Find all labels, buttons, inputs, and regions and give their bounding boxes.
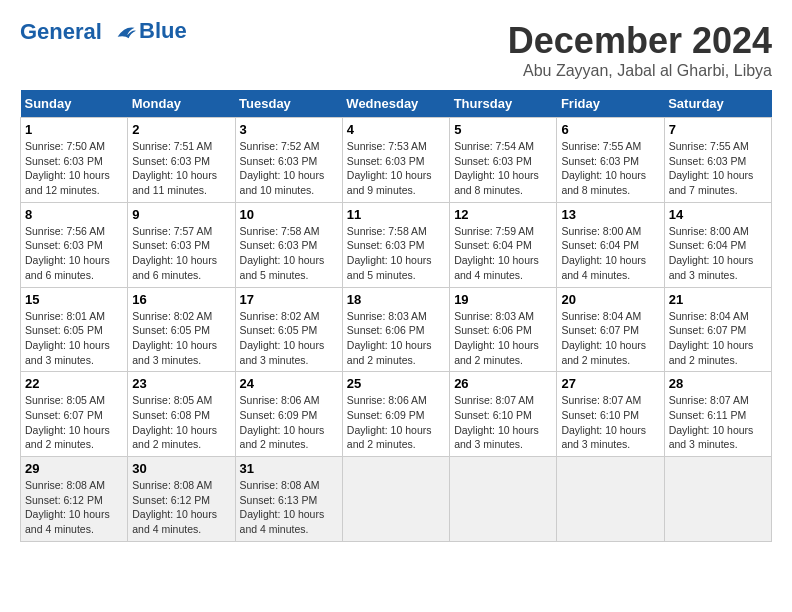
page-title: December 2024 (508, 20, 772, 62)
calendar-cell: 7 Sunrise: 7:55 AMSunset: 6:03 PMDayligh… (664, 118, 771, 203)
page-header: General Blue December 2024 Abu Zayyan, J… (20, 20, 772, 80)
day-number: 7 (669, 122, 767, 137)
page-subtitle: Abu Zayyan, Jabal al Gharbi, Libya (508, 62, 772, 80)
logo: General Blue (20, 20, 187, 44)
day-info: Sunrise: 8:02 AMSunset: 6:05 PMDaylight:… (132, 309, 230, 368)
calendar-cell: 20 Sunrise: 8:04 AMSunset: 6:07 PMDaylig… (557, 287, 664, 372)
day-number: 18 (347, 292, 445, 307)
week-row-1: 1 Sunrise: 7:50 AMSunset: 6:03 PMDayligh… (21, 118, 772, 203)
calendar-cell: 14 Sunrise: 8:00 AMSunset: 6:04 PMDaylig… (664, 202, 771, 287)
logo-general: General (20, 19, 102, 44)
day-number: 11 (347, 207, 445, 222)
logo-blue: Blue (139, 18, 187, 44)
day-info: Sunrise: 8:04 AMSunset: 6:07 PMDaylight:… (561, 309, 659, 368)
day-info: Sunrise: 7:57 AMSunset: 6:03 PMDaylight:… (132, 224, 230, 283)
calendar-cell (450, 457, 557, 542)
day-info: Sunrise: 7:51 AMSunset: 6:03 PMDaylight:… (132, 139, 230, 198)
week-row-5: 29 Sunrise: 8:08 AMSunset: 6:12 PMDaylig… (21, 457, 772, 542)
day-number: 19 (454, 292, 552, 307)
calendar-cell: 2 Sunrise: 7:51 AMSunset: 6:03 PMDayligh… (128, 118, 235, 203)
day-info: Sunrise: 7:55 AMSunset: 6:03 PMDaylight:… (561, 139, 659, 198)
calendar-cell: 17 Sunrise: 8:02 AMSunset: 6:05 PMDaylig… (235, 287, 342, 372)
calendar-table: SundayMondayTuesdayWednesdayThursdayFrid… (20, 90, 772, 542)
day-info: Sunrise: 8:07 AMSunset: 6:10 PMDaylight:… (561, 393, 659, 452)
day-info: Sunrise: 8:01 AMSunset: 6:05 PMDaylight:… (25, 309, 123, 368)
day-info: Sunrise: 8:03 AMSunset: 6:06 PMDaylight:… (347, 309, 445, 368)
day-info: Sunrise: 7:56 AMSunset: 6:03 PMDaylight:… (25, 224, 123, 283)
day-header-tuesday: Tuesday (235, 90, 342, 118)
calendar-cell: 16 Sunrise: 8:02 AMSunset: 6:05 PMDaylig… (128, 287, 235, 372)
calendar-cell: 29 Sunrise: 8:08 AMSunset: 6:12 PMDaylig… (21, 457, 128, 542)
day-info: Sunrise: 8:00 AMSunset: 6:04 PMDaylight:… (561, 224, 659, 283)
day-info: Sunrise: 8:03 AMSunset: 6:06 PMDaylight:… (454, 309, 552, 368)
day-number: 2 (132, 122, 230, 137)
day-info: Sunrise: 8:05 AMSunset: 6:07 PMDaylight:… (25, 393, 123, 452)
title-area: December 2024 Abu Zayyan, Jabal al Gharb… (508, 20, 772, 80)
day-info: Sunrise: 7:50 AMSunset: 6:03 PMDaylight:… (25, 139, 123, 198)
calendar-cell: 13 Sunrise: 8:00 AMSunset: 6:04 PMDaylig… (557, 202, 664, 287)
day-number: 27 (561, 376, 659, 391)
day-number: 4 (347, 122, 445, 137)
day-number: 1 (25, 122, 123, 137)
calendar-cell: 18 Sunrise: 8:03 AMSunset: 6:06 PMDaylig… (342, 287, 449, 372)
logo-text: General (20, 20, 139, 44)
day-header-friday: Friday (557, 90, 664, 118)
day-header-sunday: Sunday (21, 90, 128, 118)
calendar-cell: 6 Sunrise: 7:55 AMSunset: 6:03 PMDayligh… (557, 118, 664, 203)
calendar-cell: 22 Sunrise: 8:05 AMSunset: 6:07 PMDaylig… (21, 372, 128, 457)
day-number: 5 (454, 122, 552, 137)
day-number: 12 (454, 207, 552, 222)
day-number: 29 (25, 461, 123, 476)
calendar-cell: 15 Sunrise: 8:01 AMSunset: 6:05 PMDaylig… (21, 287, 128, 372)
day-info: Sunrise: 7:55 AMSunset: 6:03 PMDaylight:… (669, 139, 767, 198)
day-number: 30 (132, 461, 230, 476)
day-number: 28 (669, 376, 767, 391)
logo-bird-icon (111, 22, 139, 44)
calendar-cell: 24 Sunrise: 8:06 AMSunset: 6:09 PMDaylig… (235, 372, 342, 457)
day-number: 17 (240, 292, 338, 307)
day-header-thursday: Thursday (450, 90, 557, 118)
calendar-cell: 5 Sunrise: 7:54 AMSunset: 6:03 PMDayligh… (450, 118, 557, 203)
day-number: 8 (25, 207, 123, 222)
day-number: 13 (561, 207, 659, 222)
day-info: Sunrise: 8:07 AMSunset: 6:10 PMDaylight:… (454, 393, 552, 452)
day-info: Sunrise: 8:04 AMSunset: 6:07 PMDaylight:… (669, 309, 767, 368)
day-info: Sunrise: 8:08 AMSunset: 6:12 PMDaylight:… (132, 478, 230, 537)
calendar-cell: 3 Sunrise: 7:52 AMSunset: 6:03 PMDayligh… (235, 118, 342, 203)
day-number: 25 (347, 376, 445, 391)
calendar-cell: 12 Sunrise: 7:59 AMSunset: 6:04 PMDaylig… (450, 202, 557, 287)
calendar-cell: 21 Sunrise: 8:04 AMSunset: 6:07 PMDaylig… (664, 287, 771, 372)
day-info: Sunrise: 8:06 AMSunset: 6:09 PMDaylight:… (347, 393, 445, 452)
day-number: 31 (240, 461, 338, 476)
day-info: Sunrise: 8:00 AMSunset: 6:04 PMDaylight:… (669, 224, 767, 283)
day-info: Sunrise: 7:58 AMSunset: 6:03 PMDaylight:… (347, 224, 445, 283)
week-row-4: 22 Sunrise: 8:05 AMSunset: 6:07 PMDaylig… (21, 372, 772, 457)
day-info: Sunrise: 7:59 AMSunset: 6:04 PMDaylight:… (454, 224, 552, 283)
day-info: Sunrise: 8:08 AMSunset: 6:12 PMDaylight:… (25, 478, 123, 537)
day-number: 14 (669, 207, 767, 222)
day-info: Sunrise: 8:08 AMSunset: 6:13 PMDaylight:… (240, 478, 338, 537)
calendar-cell: 26 Sunrise: 8:07 AMSunset: 6:10 PMDaylig… (450, 372, 557, 457)
calendar-cell: 25 Sunrise: 8:06 AMSunset: 6:09 PMDaylig… (342, 372, 449, 457)
calendar-cell: 31 Sunrise: 8:08 AMSunset: 6:13 PMDaylig… (235, 457, 342, 542)
day-number: 22 (25, 376, 123, 391)
calendar-cell: 30 Sunrise: 8:08 AMSunset: 6:12 PMDaylig… (128, 457, 235, 542)
day-info: Sunrise: 8:06 AMSunset: 6:09 PMDaylight:… (240, 393, 338, 452)
calendar-cell: 23 Sunrise: 8:05 AMSunset: 6:08 PMDaylig… (128, 372, 235, 457)
calendar-header-row: SundayMondayTuesdayWednesdayThursdayFrid… (21, 90, 772, 118)
calendar-cell: 4 Sunrise: 7:53 AMSunset: 6:03 PMDayligh… (342, 118, 449, 203)
calendar-cell: 28 Sunrise: 8:07 AMSunset: 6:11 PMDaylig… (664, 372, 771, 457)
day-info: Sunrise: 7:52 AMSunset: 6:03 PMDaylight:… (240, 139, 338, 198)
day-number: 10 (240, 207, 338, 222)
calendar-cell: 19 Sunrise: 8:03 AMSunset: 6:06 PMDaylig… (450, 287, 557, 372)
day-number: 6 (561, 122, 659, 137)
day-number: 23 (132, 376, 230, 391)
day-info: Sunrise: 8:02 AMSunset: 6:05 PMDaylight:… (240, 309, 338, 368)
day-info: Sunrise: 8:07 AMSunset: 6:11 PMDaylight:… (669, 393, 767, 452)
day-number: 3 (240, 122, 338, 137)
day-number: 20 (561, 292, 659, 307)
day-number: 16 (132, 292, 230, 307)
calendar-cell: 27 Sunrise: 8:07 AMSunset: 6:10 PMDaylig… (557, 372, 664, 457)
calendar-cell: 8 Sunrise: 7:56 AMSunset: 6:03 PMDayligh… (21, 202, 128, 287)
day-info: Sunrise: 7:54 AMSunset: 6:03 PMDaylight:… (454, 139, 552, 198)
